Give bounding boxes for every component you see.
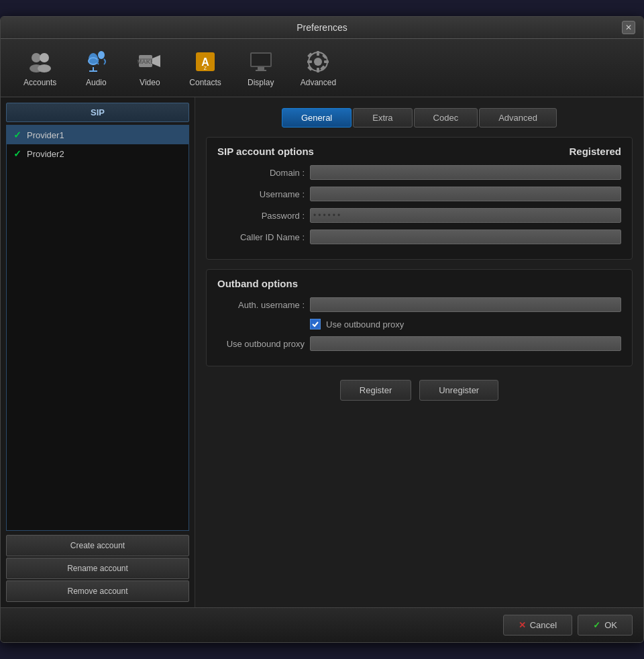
outband-section: Outband options Auth. username : Use out…: [206, 269, 633, 366]
dialog-title: Preferences: [22, 22, 622, 33]
svg-point-3: [38, 64, 51, 72]
outband-title-row: Outband options: [217, 278, 621, 289]
advanced-label: Advanced: [301, 78, 336, 87]
accounts-icon: [27, 48, 54, 75]
use-proxy-checkbox-row: Use outbound proxy: [217, 319, 621, 330]
use-proxy-checkbox[interactable]: [310, 319, 321, 330]
create-account-button[interactable]: Create account: [6, 535, 189, 556]
svg-rect-17: [252, 54, 270, 66]
toolbar-item-video[interactable]: MAKE Video: [126, 44, 173, 91]
check-icon-1: ✓: [13, 130, 21, 140]
svg-rect-19: [256, 70, 266, 71]
svg-rect-25: [324, 60, 329, 63]
auth-username-row: Auth. username :: [217, 297, 621, 312]
video-icon: MAKE: [136, 48, 163, 75]
tab-general[interactable]: General: [282, 108, 352, 128]
ok-label: OK: [604, 620, 617, 630]
cancel-button[interactable]: ✕ Cancel: [503, 615, 572, 636]
register-button[interactable]: Register: [340, 380, 411, 401]
contacts-icon: A Z: [192, 48, 219, 75]
svg-point-8: [98, 51, 105, 59]
ok-button[interactable]: ✓ OK: [578, 615, 633, 636]
outband-title: Outband options: [217, 278, 298, 289]
tab-extra[interactable]: Extra: [353, 108, 412, 128]
toolbar-item-advanced[interactable]: Advanced: [291, 44, 345, 91]
registered-status: Registered: [569, 146, 621, 157]
use-proxy-label: Use outbound proxy: [326, 319, 404, 330]
tab-advanced[interactable]: Advanced: [479, 108, 557, 128]
callerid-label: Caller ID Name :: [217, 232, 305, 242]
unregister-button[interactable]: Unregister: [419, 380, 498, 401]
account-item-provider2[interactable]: ✓ Provider2: [7, 144, 189, 163]
tabs: General Extra Codec Advanced: [206, 108, 633, 128]
sip-header: SIP: [6, 103, 189, 122]
content-area: SIP ✓ Provider1 ✓ Provider2 Create accou…: [1, 97, 643, 607]
callerid-input[interactable]: [310, 230, 621, 244]
svg-text:Z: Z: [204, 66, 207, 70]
svg-rect-27: [320, 65, 325, 70]
auth-username-input[interactable]: [310, 297, 621, 312]
close-button[interactable]: ✕: [622, 21, 635, 34]
password-input[interactable]: [310, 208, 621, 223]
svg-point-1: [40, 53, 49, 62]
right-panel: General Extra Codec Advanced SIP account…: [195, 97, 643, 607]
left-panel: SIP ✓ Provider1 ✓ Provider2 Create accou…: [1, 97, 195, 607]
remove-account-button[interactable]: Remove account: [6, 580, 189, 602]
callerid-row: Caller ID Name :: [217, 230, 621, 244]
toolbar-item-display[interactable]: Display: [237, 44, 284, 91]
account-label-1: Provider1: [27, 130, 64, 140]
svg-rect-18: [258, 67, 264, 70]
username-label: Username :: [217, 189, 305, 199]
audio-label: Audio: [86, 78, 107, 87]
action-buttons: Register Unregister: [206, 380, 633, 401]
toolbar-item-accounts[interactable]: Accounts: [14, 44, 66, 91]
username-input[interactable]: [310, 187, 621, 201]
tab-codec[interactable]: Codec: [414, 108, 478, 128]
title-bar: Preferences ✕: [1, 17, 643, 39]
svg-point-0: [32, 53, 41, 62]
svg-rect-23: [317, 68, 319, 72]
password-row: Password :: [217, 208, 621, 223]
proxy-input[interactable]: [310, 336, 621, 351]
domain-input[interactable]: [310, 165, 621, 180]
domain-row: Domain :: [217, 165, 621, 180]
auth-username-label: Auth. username :: [217, 300, 305, 310]
toolbar-item-contacts[interactable]: A Z Contacts: [180, 44, 230, 91]
sip-options-section: SIP account options Registered Domain : …: [206, 137, 633, 260]
accounts-list: ✓ Provider1 ✓ Provider2: [6, 125, 189, 531]
sip-title-row: SIP account options Registered: [217, 146, 621, 157]
account-item-provider1[interactable]: ✓ Provider1: [7, 125, 189, 144]
sip-options-title: SIP account options: [217, 146, 314, 157]
advanced-icon: [305, 48, 331, 75]
svg-marker-12: [152, 55, 160, 67]
footer: ✕ Cancel ✓ OK: [1, 607, 643, 642]
proxy-label: Use outbound proxy: [217, 339, 305, 349]
check-icon-2: ✓: [13, 148, 21, 159]
display-label: Display: [248, 78, 274, 87]
preferences-dialog: Preferences ✕ Accounts: [0, 16, 644, 643]
password-label: Password :: [217, 211, 305, 221]
audio-icon: [83, 48, 109, 75]
svg-point-21: [314, 58, 322, 66]
domain-label: Domain :: [217, 168, 305, 178]
accounts-label: Accounts: [23, 78, 56, 87]
account-label-2: Provider2: [27, 149, 64, 159]
toolbar: Accounts Audio MAK: [1, 39, 643, 97]
svg-rect-29: [307, 66, 313, 71]
cancel-x-icon: ✕: [519, 620, 526, 630]
username-row: Username :: [217, 187, 621, 201]
contacts-label: Contacts: [189, 78, 221, 87]
display-icon: [248, 48, 274, 75]
rename-account-button[interactable]: Rename account: [6, 558, 189, 579]
proxy-row: Use outbound proxy: [217, 336, 621, 351]
svg-rect-26: [307, 52, 313, 58]
ok-check-icon: ✓: [593, 620, 600, 630]
cancel-label: Cancel: [530, 620, 557, 630]
svg-rect-22: [317, 51, 319, 56]
toolbar-item-audio[interactable]: Audio: [72, 44, 119, 91]
svg-rect-24: [307, 60, 312, 63]
account-action-buttons: Create account Rename account Remove acc…: [6, 535, 189, 602]
video-label: Video: [140, 78, 160, 87]
